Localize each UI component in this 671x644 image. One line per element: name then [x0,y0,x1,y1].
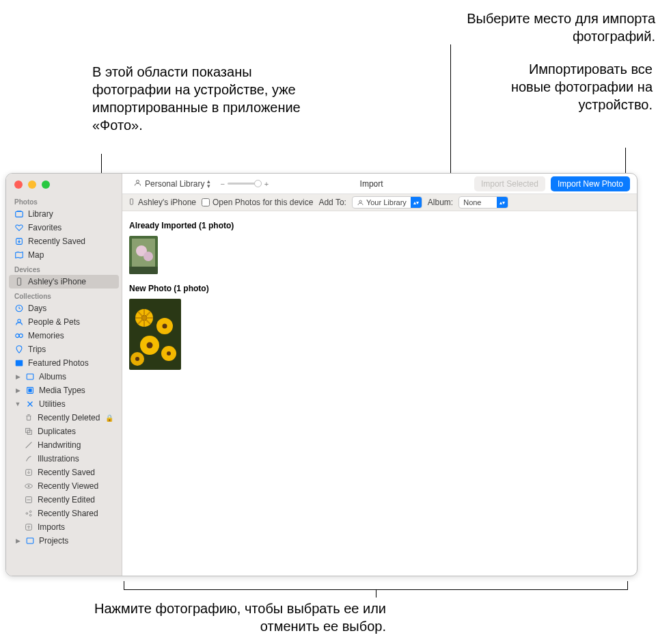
library-dropdown[interactable]: Personal Library ▴▾ [129,177,215,191]
brush-icon [24,454,33,464]
import-grid[interactable]: Already Imported (1 photo) New Photo (1 … [122,211,637,576]
open-photos-checkbox[interactable]: Open Photos for this device [202,198,313,207]
sidebar-header-photos: Photos [6,194,122,207]
sidebar-item-utilities[interactable]: ▼ Utilities [6,397,122,411]
toolbar: Personal Library ▴▾ − + Import Import Se… [122,174,637,194]
photos-import-window: Photos Library Favorites Recently Saved … [5,173,638,576]
svg-rect-30 [129,267,158,274]
sidebar-item-illustrations[interactable]: Illustrations [6,452,122,466]
sidebar-item-memories[interactable]: Memories [6,329,122,343]
photo-thumbnail[interactable] [129,236,158,274]
sidebar-item-days[interactable]: Days [6,301,122,315]
duplicates-icon [24,427,33,436]
sidebar-item-label: Recently Saved [38,468,113,477]
sidebar-item-media-types[interactable]: ▶ Media Types [6,384,122,397]
sidebar-item-featured[interactable]: Featured Photos [6,356,122,370]
svg-point-19 [29,511,31,513]
pencil-icon [24,440,33,450]
minimize-button[interactable] [28,180,36,189]
lock-icon: 🔒 [105,414,113,422]
main-content: Personal Library ▴▾ − + Import Import Se… [122,174,637,576]
projects-icon [25,536,35,546]
disclosure-icon[interactable]: ▶ [14,537,21,544]
addto-popup[interactable]: Your Library ▴▾ [352,196,422,209]
annotation-click-select: Нажмите фотографию, чтобы выбрать ее или… [65,600,386,635]
window-title: Import [274,179,469,189]
open-photos-checkbox-input[interactable] [202,198,210,206]
sidebar-item-recently-viewed[interactable]: Recently Viewed [6,479,122,493]
eye-icon [24,481,33,491]
popup-arrows-icon: ▴▾ [497,197,508,208]
subbar-device: Ashley's iPhone [128,197,196,209]
maximize-button[interactable] [42,180,50,189]
slider-track[interactable] [228,183,262,185]
import-selected-button[interactable]: Import Selected [474,176,545,191]
iphone-icon [14,277,24,286]
person-icon [133,178,142,189]
sidebar-item-label: Library [28,209,113,219]
sidebar-item-map[interactable]: Map [6,248,122,262]
album-popup[interactable]: None ▴▾ [458,196,508,209]
sidebar-item-label: Recently Saved [28,237,113,246]
import-new-button[interactable]: Import New Photo [551,176,630,191]
slider-thumb[interactable] [254,180,262,187]
heart-icon [14,223,24,232]
annotation-import-all: Импортировать все новые фотографии на ус… [492,60,653,113]
album-value: None [463,198,481,206]
download-icon [14,237,24,246]
disclosure-icon[interactable]: ▶ [14,387,21,394]
sidebar-item-label: Memories [28,331,113,340]
sidebar-header-devices: Devices [6,262,122,275]
sidebar-item-recently-shared[interactable]: Recently Shared [6,507,122,520]
sidebar-item-recently-deleted[interactable]: Recently Deleted 🔒 [6,411,122,425]
iphone-icon [128,197,135,209]
svg-rect-11 [28,388,31,392]
sidebar-item-u-recently-saved[interactable]: Recently Saved [6,466,122,479]
svg-rect-1 [17,211,22,211]
svg-point-41 [147,343,153,349]
pin-icon [14,345,24,354]
sidebar-item-imports[interactable]: Imports [6,520,122,534]
zoom-slider[interactable]: − + [220,180,269,188]
utilities-icon [25,399,35,409]
sidebar-item-recently-saved[interactable]: Recently Saved [6,234,122,248]
sidebar-item-label: Map [28,250,113,260]
album-icon [25,372,35,381]
annotation-choose-destination: Выберите место для импорта фотографий. [450,10,655,45]
disclosure-icon[interactable]: ▶ [14,373,21,380]
sidebar-item-favorites[interactable]: Favorites [6,221,122,234]
svg-rect-22 [27,538,33,544]
sidebar-item-library[interactable]: Library [6,207,122,221]
memories-icon [14,331,24,340]
sidebar-item-label: Favorites [28,223,113,232]
svg-point-5 [18,319,20,322]
sidebar-item-albums[interactable]: ▶ Albums [6,370,122,384]
sidebar-item-recently-edited[interactable]: Recently Edited [6,493,122,507]
svg-rect-3 [17,278,20,286]
svg-point-29 [143,252,153,261]
svg-point-7 [19,334,23,337]
photo-thumbnail[interactable] [129,299,181,370]
sidebar-item-duplicates[interactable]: Duplicates [6,425,122,438]
sidebar-item-device[interactable]: Ashley's iPhone [9,275,119,289]
svg-point-16 [28,485,30,487]
sidebar-item-label: Recently Edited [38,495,113,505]
close-button[interactable] [14,180,23,189]
sidebar-item-people[interactable]: People & Pets [6,315,122,329]
disclosure-icon[interactable]: ▼ [14,401,21,407]
window-controls [6,174,122,194]
annotation-already-imported: В этой области показаны фотографии на ус… [92,63,304,134]
sidebar-item-label: Recently Viewed [38,481,113,491]
updown-icon: ▴▾ [207,179,210,189]
trash-icon [24,413,33,422]
sidebar-item-label: Illustrations [38,454,113,464]
sidebar-item-handwriting[interactable]: Handwriting [6,438,122,452]
sidebar-item-label: Trips [28,345,113,354]
sidebar-item-label: Recently Deleted [38,413,101,422]
open-photos-label: Open Photos for this device [213,198,313,207]
subbar-device-label: Ashley's iPhone [138,198,196,207]
already-imported-row [129,236,630,274]
sidebar-item-projects[interactable]: ▶ Projects [6,534,122,548]
sidebar-item-trips[interactable]: Trips [6,343,122,356]
featured-icon [14,358,24,368]
